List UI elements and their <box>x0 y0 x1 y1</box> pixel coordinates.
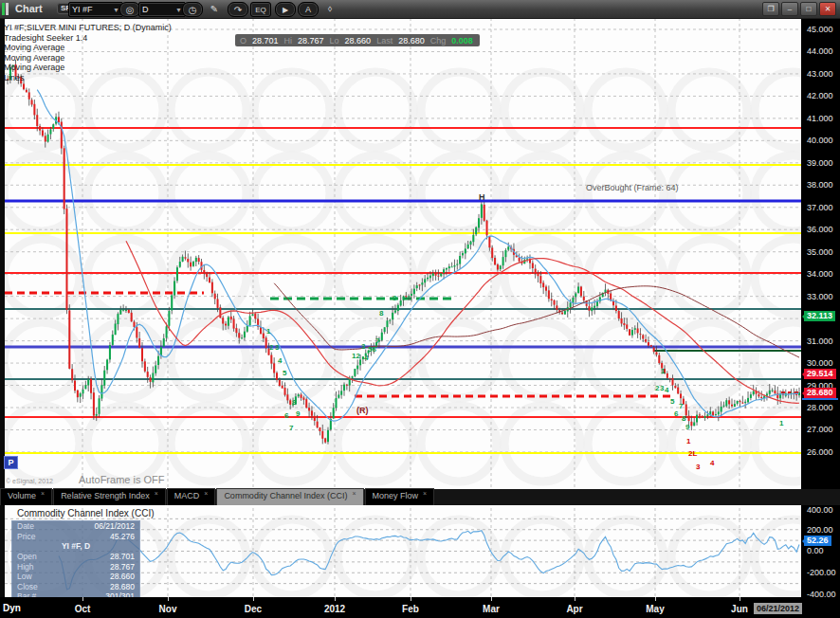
close-button[interactable]: ✕ <box>819 2 836 16</box>
redo-arrow-icon: ↷ <box>234 5 242 15</box>
price-axis-label: 28.000 <box>807 403 833 412</box>
svg-text:9: 9 <box>393 294 397 302</box>
month-label: Feb <box>402 604 419 614</box>
window-status-bars-icon <box>2 3 9 15</box>
cci-panel-title: Commodity Channel Index (CCI) <box>17 508 155 518</box>
popout-button[interactable]: ❐ <box>762 2 779 16</box>
tooltip-row: Close28.680 <box>12 582 139 592</box>
legend-row-5[interactable]: Lines <box>4 73 172 83</box>
close-icon[interactable]: × <box>352 490 356 497</box>
price-axis-label: 35.000 <box>807 247 833 257</box>
svg-text:3: 3 <box>361 342 366 351</box>
quote-label: Hi <box>284 36 293 45</box>
price-axis-label: 33.000 <box>807 292 833 301</box>
svg-text:9: 9 <box>685 423 690 431</box>
tooltip-row: Price45.276 <box>12 532 139 542</box>
svg-text:4: 4 <box>710 459 715 467</box>
price-marker-badge: 28.680 <box>804 388 836 398</box>
legend-row-0[interactable]: YI #F;SILVER MINI FUTURES; D (Dynamic) <box>4 23 172 33</box>
letter-a-icon: A <box>305 5 311 14</box>
cci-value-badge: 52.26 <box>804 536 831 546</box>
svg-text:2: 2 <box>269 343 274 352</box>
price-axis-label: 45.000 <box>807 25 833 34</box>
tooltip-row: High28.767 <box>12 562 139 573</box>
interval-combo[interactable]: D ▼ <box>138 2 186 17</box>
close-icon[interactable]: × <box>41 490 45 497</box>
tab-volume[interactable]: Volume× <box>0 488 52 505</box>
close-icon[interactable]: × <box>423 490 427 497</box>
auto-button[interactable]: A <box>298 2 319 17</box>
tab-commodity-channel-index-cci[interactable]: Commodity Channel Index (CCI)× <box>216 488 363 505</box>
maximize-button[interactable]: □ <box>800 2 817 16</box>
legend-row-3[interactable]: Moving Average <box>4 53 172 64</box>
tooltip-row: Open28.701 <box>12 552 139 562</box>
svg-text:4: 4 <box>278 356 283 365</box>
chart-options-button[interactable]: ◎ <box>119 2 140 17</box>
price-axis-label: 31.000 <box>807 336 833 346</box>
clock-icon: ◷ <box>189 5 197 15</box>
study-legend[interactable]: YI #F;SILVER MINI FUTURES; D (Dynamic)Tr… <box>4 23 172 82</box>
price-axis-label: 26.000 <box>807 447 833 457</box>
svg-text:7: 7 <box>375 336 380 345</box>
quote-value: 28.660 <box>345 36 372 45</box>
svg-text:4: 4 <box>665 386 669 394</box>
month-label: Apr <box>566 604 582 614</box>
svg-text:7: 7 <box>289 424 294 432</box>
tooltip-row: Date06/21/2012 <box>12 521 139 532</box>
minimize-button[interactable]: – <box>781 2 798 16</box>
redo-button[interactable]: ↷ <box>228 2 248 17</box>
price-marker-badge: 29.514 <box>804 369 836 379</box>
cci-axis-label: 0.00 <box>807 546 824 555</box>
quote-strip: O28.701Hi28.767Lo28.660Last28.680Chg0.00… <box>235 34 480 46</box>
price-axis-label: 37.000 <box>807 203 833 212</box>
svg-text:4: 4 <box>364 354 369 362</box>
tab-money-flow[interactable]: Money Flow× <box>365 488 435 505</box>
title-bar: Chart SR YI #F ▼ ◎ D ▼ ◷ ✎ ↷ EQ ▶ A ⬨ ❐–… <box>0 0 840 19</box>
month-label: Jun <box>731 604 748 614</box>
eq-icon: EQ <box>255 6 266 14</box>
price-axis-label: 44.000 <box>807 46 833 56</box>
pencil-icon: ✎ <box>210 4 218 14</box>
window-controls: ❐–□✕ <box>762 2 836 16</box>
svg-text:56: 56 <box>368 345 376 354</box>
esignal-copyright: © eSignal, 2012 <box>6 478 53 484</box>
eraser-button[interactable]: ⬨ <box>320 2 339 15</box>
time-axis-bar[interactable]: Dyn 06/21/2012 OctNovDec2012FebMarAprMay… <box>0 597 840 618</box>
svg-text:5: 5 <box>670 397 675 406</box>
svg-text:8: 8 <box>379 309 384 318</box>
close-icon[interactable]: × <box>155 490 158 497</box>
bid-line <box>802 398 838 400</box>
symbol-combo[interactable]: YI #F ▼ <box>68 2 123 17</box>
p-badge[interactable]: P <box>4 456 18 469</box>
legend-row-1[interactable]: Tradesight Seeker 1.4 <box>4 33 172 44</box>
play-icon: ▶ <box>283 6 288 14</box>
tab-macd[interactable]: MACD× <box>167 488 216 505</box>
play-button[interactable]: ▶ <box>275 2 296 17</box>
time-button[interactable]: ◷ <box>182 2 203 17</box>
price-axis-label: 42.000 <box>807 91 833 100</box>
svg-text:(R): (R) <box>356 406 369 415</box>
interval-value: D <box>142 5 149 14</box>
svg-text:5: 5 <box>283 369 287 377</box>
month-label: Oct <box>75 604 91 614</box>
svg-text:9: 9 <box>296 409 301 418</box>
tab-relative-strength-index[interactable]: Relative Strength Index× <box>53 488 166 505</box>
eq-button[interactable]: EQ <box>250 2 271 17</box>
legend-row-4[interactable]: Moving Average <box>4 63 172 73</box>
chart-options-icon: ◎ <box>126 5 135 15</box>
svg-text:6: 6 <box>284 411 289 420</box>
quote-value: 0.008 <box>451 36 473 45</box>
price-axis-label: 30.000 <box>807 358 833 368</box>
svg-text:12: 12 <box>352 352 360 360</box>
svg-text:1: 1 <box>686 437 691 445</box>
legend-row-2[interactable]: Moving Average <box>4 43 172 53</box>
month-label: 2012 <box>324 604 345 614</box>
tooltip-row: Low28.660 <box>12 572 139 582</box>
month-label: Nov <box>159 604 177 614</box>
window-title: Chart <box>15 3 43 14</box>
close-icon[interactable]: × <box>204 490 208 497</box>
price-axis-label: 34.000 <box>807 269 833 279</box>
draw-button[interactable]: ✎ <box>205 2 224 15</box>
svg-text:H: H <box>479 192 485 202</box>
overbought-label: OverBought (Frame: 64) <box>586 183 679 192</box>
